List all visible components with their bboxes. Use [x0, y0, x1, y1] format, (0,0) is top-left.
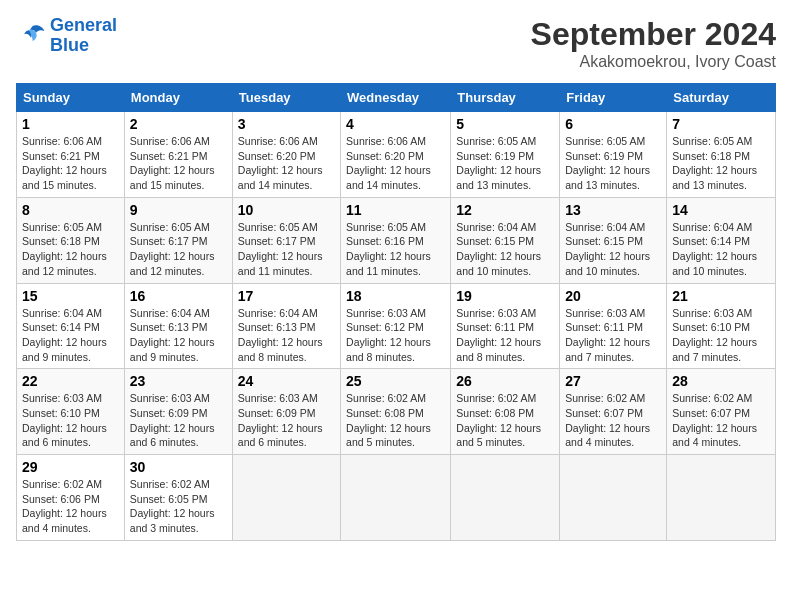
calendar-cell: 6Sunrise: 6:05 AM Sunset: 6:19 PM Daylig… — [560, 112, 667, 198]
day-number: 29 — [22, 459, 119, 475]
day-number: 15 — [22, 288, 119, 304]
calendar-cell: 19Sunrise: 6:03 AM Sunset: 6:11 PM Dayli… — [451, 283, 560, 369]
day-number: 20 — [565, 288, 661, 304]
day-info: Sunrise: 6:05 AM Sunset: 6:16 PM Dayligh… — [346, 220, 445, 279]
calendar-cell — [451, 455, 560, 541]
calendar-cell: 8Sunrise: 6:05 AM Sunset: 6:18 PM Daylig… — [17, 197, 125, 283]
calendar-table: Sunday Monday Tuesday Wednesday Thursday… — [16, 83, 776, 541]
day-info: Sunrise: 6:04 AM Sunset: 6:14 PM Dayligh… — [22, 306, 119, 365]
col-saturday: Saturday — [667, 84, 776, 112]
day-number: 17 — [238, 288, 335, 304]
day-info: Sunrise: 6:02 AM Sunset: 6:08 PM Dayligh… — [346, 391, 445, 450]
calendar-cell: 5Sunrise: 6:05 AM Sunset: 6:19 PM Daylig… — [451, 112, 560, 198]
day-number: 4 — [346, 116, 445, 132]
day-number: 10 — [238, 202, 335, 218]
day-info: Sunrise: 6:05 AM Sunset: 6:19 PM Dayligh… — [565, 134, 661, 193]
calendar-cell: 28Sunrise: 6:02 AM Sunset: 6:07 PM Dayli… — [667, 369, 776, 455]
col-wednesday: Wednesday — [341, 84, 451, 112]
day-number: 27 — [565, 373, 661, 389]
day-info: Sunrise: 6:06 AM Sunset: 6:21 PM Dayligh… — [22, 134, 119, 193]
col-monday: Monday — [124, 84, 232, 112]
logo-icon — [16, 22, 46, 50]
day-info: Sunrise: 6:06 AM Sunset: 6:20 PM Dayligh… — [346, 134, 445, 193]
day-number: 22 — [22, 373, 119, 389]
calendar-cell: 20Sunrise: 6:03 AM Sunset: 6:11 PM Dayli… — [560, 283, 667, 369]
day-number: 18 — [346, 288, 445, 304]
day-number: 30 — [130, 459, 227, 475]
calendar-cell: 23Sunrise: 6:03 AM Sunset: 6:09 PM Dayli… — [124, 369, 232, 455]
day-number: 26 — [456, 373, 554, 389]
calendar-cell: 12Sunrise: 6:04 AM Sunset: 6:15 PM Dayli… — [451, 197, 560, 283]
calendar-header-row: Sunday Monday Tuesday Wednesday Thursday… — [17, 84, 776, 112]
calendar-cell: 15Sunrise: 6:04 AM Sunset: 6:14 PM Dayli… — [17, 283, 125, 369]
day-info: Sunrise: 6:04 AM Sunset: 6:15 PM Dayligh… — [456, 220, 554, 279]
day-number: 14 — [672, 202, 770, 218]
calendar-cell: 24Sunrise: 6:03 AM Sunset: 6:09 PM Dayli… — [232, 369, 340, 455]
day-number: 28 — [672, 373, 770, 389]
day-info: Sunrise: 6:02 AM Sunset: 6:07 PM Dayligh… — [672, 391, 770, 450]
day-info: Sunrise: 6:04 AM Sunset: 6:14 PM Dayligh… — [672, 220, 770, 279]
day-number: 16 — [130, 288, 227, 304]
calendar-cell — [232, 455, 340, 541]
col-friday: Friday — [560, 84, 667, 112]
day-number: 25 — [346, 373, 445, 389]
day-info: Sunrise: 6:03 AM Sunset: 6:09 PM Dayligh… — [130, 391, 227, 450]
day-info: Sunrise: 6:03 AM Sunset: 6:11 PM Dayligh… — [565, 306, 661, 365]
calendar-cell: 21Sunrise: 6:03 AM Sunset: 6:10 PM Dayli… — [667, 283, 776, 369]
day-number: 2 — [130, 116, 227, 132]
calendar-cell: 17Sunrise: 6:04 AM Sunset: 6:13 PM Dayli… — [232, 283, 340, 369]
day-info: Sunrise: 6:04 AM Sunset: 6:13 PM Dayligh… — [130, 306, 227, 365]
page-header: General Blue September 2024 Akakomoekrou… — [16, 16, 776, 71]
month-title: September 2024 — [531, 16, 776, 53]
day-info: Sunrise: 6:02 AM Sunset: 6:08 PM Dayligh… — [456, 391, 554, 450]
calendar-cell — [667, 455, 776, 541]
logo-text: General Blue — [50, 16, 117, 56]
day-number: 24 — [238, 373, 335, 389]
day-info: Sunrise: 6:06 AM Sunset: 6:20 PM Dayligh… — [238, 134, 335, 193]
day-number: 8 — [22, 202, 119, 218]
day-info: Sunrise: 6:04 AM Sunset: 6:15 PM Dayligh… — [565, 220, 661, 279]
day-number: 23 — [130, 373, 227, 389]
title-area: September 2024 Akakomoekrou, Ivory Coast — [531, 16, 776, 71]
calendar-cell: 25Sunrise: 6:02 AM Sunset: 6:08 PM Dayli… — [341, 369, 451, 455]
day-info: Sunrise: 6:03 AM Sunset: 6:12 PM Dayligh… — [346, 306, 445, 365]
calendar-cell: 14Sunrise: 6:04 AM Sunset: 6:14 PM Dayli… — [667, 197, 776, 283]
day-info: Sunrise: 6:05 AM Sunset: 6:18 PM Dayligh… — [22, 220, 119, 279]
day-info: Sunrise: 6:02 AM Sunset: 6:07 PM Dayligh… — [565, 391, 661, 450]
calendar-cell: 7Sunrise: 6:05 AM Sunset: 6:18 PM Daylig… — [667, 112, 776, 198]
day-number: 7 — [672, 116, 770, 132]
calendar-cell: 4Sunrise: 6:06 AM Sunset: 6:20 PM Daylig… — [341, 112, 451, 198]
day-info: Sunrise: 6:02 AM Sunset: 6:06 PM Dayligh… — [22, 477, 119, 536]
calendar-cell: 9Sunrise: 6:05 AM Sunset: 6:17 PM Daylig… — [124, 197, 232, 283]
col-tuesday: Tuesday — [232, 84, 340, 112]
calendar-week-5: 29Sunrise: 6:02 AM Sunset: 6:06 PM Dayli… — [17, 455, 776, 541]
calendar-cell: 11Sunrise: 6:05 AM Sunset: 6:16 PM Dayli… — [341, 197, 451, 283]
day-info: Sunrise: 6:05 AM Sunset: 6:17 PM Dayligh… — [130, 220, 227, 279]
calendar-cell: 30Sunrise: 6:02 AM Sunset: 6:05 PM Dayli… — [124, 455, 232, 541]
calendar-cell: 18Sunrise: 6:03 AM Sunset: 6:12 PM Dayli… — [341, 283, 451, 369]
day-number: 19 — [456, 288, 554, 304]
day-info: Sunrise: 6:03 AM Sunset: 6:10 PM Dayligh… — [672, 306, 770, 365]
day-info: Sunrise: 6:05 AM Sunset: 6:17 PM Dayligh… — [238, 220, 335, 279]
col-thursday: Thursday — [451, 84, 560, 112]
day-info: Sunrise: 6:05 AM Sunset: 6:18 PM Dayligh… — [672, 134, 770, 193]
day-info: Sunrise: 6:02 AM Sunset: 6:05 PM Dayligh… — [130, 477, 227, 536]
day-number: 21 — [672, 288, 770, 304]
day-number: 6 — [565, 116, 661, 132]
day-number: 5 — [456, 116, 554, 132]
calendar-cell: 2Sunrise: 6:06 AM Sunset: 6:21 PM Daylig… — [124, 112, 232, 198]
calendar-cell: 16Sunrise: 6:04 AM Sunset: 6:13 PM Dayli… — [124, 283, 232, 369]
day-info: Sunrise: 6:05 AM Sunset: 6:19 PM Dayligh… — [456, 134, 554, 193]
day-info: Sunrise: 6:04 AM Sunset: 6:13 PM Dayligh… — [238, 306, 335, 365]
day-number: 11 — [346, 202, 445, 218]
calendar-cell — [560, 455, 667, 541]
day-number: 12 — [456, 202, 554, 218]
day-info: Sunrise: 6:03 AM Sunset: 6:10 PM Dayligh… — [22, 391, 119, 450]
calendar-cell: 10Sunrise: 6:05 AM Sunset: 6:17 PM Dayli… — [232, 197, 340, 283]
day-number: 13 — [565, 202, 661, 218]
location-title: Akakomoekrou, Ivory Coast — [531, 53, 776, 71]
day-number: 9 — [130, 202, 227, 218]
col-sunday: Sunday — [17, 84, 125, 112]
calendar-week-4: 22Sunrise: 6:03 AM Sunset: 6:10 PM Dayli… — [17, 369, 776, 455]
day-number: 1 — [22, 116, 119, 132]
